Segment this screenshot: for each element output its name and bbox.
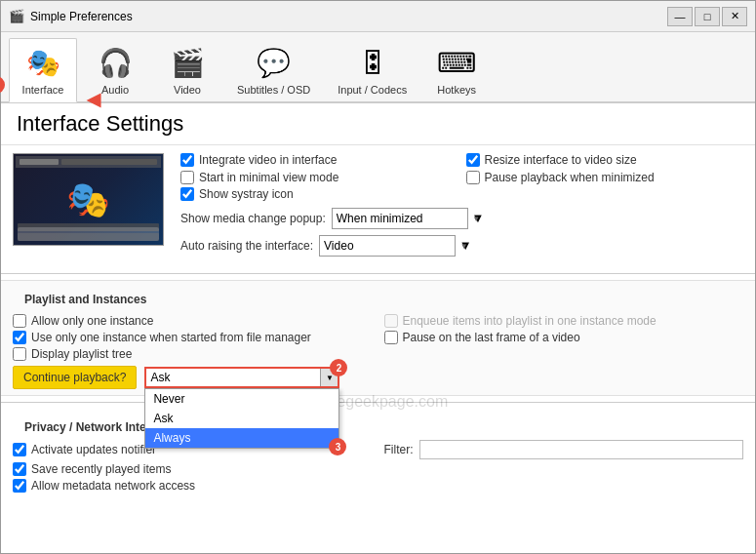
continue-playback-row: Continue playback? Ask ▼ 2 [13, 366, 373, 389]
content-area: Interface Settings 🎭 [1, 102, 755, 553]
continue-dropdown-list: Never Ask Always 3 [144, 388, 339, 449]
badge-2: 2 [330, 359, 347, 376]
video-tab-icon: 🎬 [168, 43, 207, 82]
preview-panel: 🎭 [13, 153, 169, 259]
integrate-video-label: Integrate video in interface [199, 153, 337, 167]
resize-interface-checkbox[interactable] [466, 153, 480, 167]
tab-interface[interactable]: 🎭 Interface [9, 38, 77, 102]
minimal-view-option: Start in minimal view mode [180, 171, 458, 184]
continue-dropdown-container: Ask ▼ 2 Never Ask [144, 367, 339, 388]
media-change-row: Show media change popup: Always Never Wh… [180, 205, 743, 232]
tab-interface-label: Interface [22, 84, 64, 96]
minimize-button[interactable]: — [667, 7, 693, 26]
window-title: Simple Preferences [30, 10, 667, 23]
minimal-view-label: Start in minimal view mode [199, 171, 338, 184]
window-controls: — □ ✕ [667, 7, 747, 26]
badge-1: 1 [0, 76, 5, 94]
save-recently-label: Save recently played items [31, 462, 171, 476]
auto-raising-dropdown-arrow: ▼ [459, 238, 472, 253]
systray-option: Show systray icon [180, 187, 743, 201]
systray-checkbox[interactable] [180, 187, 194, 201]
option-always[interactable]: Always 3 [145, 428, 338, 448]
enqueue-items-checkbox[interactable] [384, 314, 398, 328]
auto-raising-dropdown[interactable]: Always Never Video [319, 235, 456, 257]
page-title: Interface Settings [1, 103, 755, 145]
continue-dropdown-value: Ask [150, 371, 170, 384]
filter-label: Filter: [384, 443, 414, 456]
settings-body: 🎭 Integrate video in interface [1, 145, 755, 267]
auto-raising-dropdown-wrapper: Always Never Video ▼ [319, 235, 472, 257]
pause-minimized-option: Pause playback when minimized [466, 171, 744, 184]
pause-last-frame-option: Pause on the last frame of a video [384, 331, 744, 344]
save-recently-option: Save recently played items [13, 462, 373, 476]
audio-tab-icon: 🎧 [96, 43, 135, 82]
filter-row: Filter: [384, 440, 744, 459]
one-instance-option: Allow only one instance [13, 314, 373, 328]
tab-hotkeys-label: Hotkeys [437, 84, 476, 96]
tab-video[interactable]: 🎬 Video [153, 39, 221, 101]
playlist-section: Playlist and Instances Allow only one in… [1, 280, 755, 396]
close-button[interactable]: ✕ [722, 7, 747, 26]
maximize-button[interactable]: □ [695, 7, 720, 26]
interface-tab-icon: 🎭 [23, 43, 62, 82]
auto-raising-row: Auto raising the interface: Always Never… [180, 232, 743, 259]
red-arrow-indicator: ◀ [87, 89, 100, 110]
media-change-dropdown-wrapper: Always Never When minimized ▼ [332, 208, 485, 229]
playlist-left-col: Allow only one instance Use only one ins… [13, 314, 373, 389]
activate-updates-checkbox[interactable] [13, 443, 26, 456]
pause-last-frame-checkbox[interactable] [384, 331, 398, 344]
allow-metadata-option: Allow metadata network access [13, 479, 373, 493]
tab-input-label: Input / Codecs [338, 84, 407, 96]
continue-dropdown-display: Ask ▼ [144, 367, 339, 388]
resize-interface-option: Resize interface to video size [466, 153, 744, 167]
activate-updates-label: Activate updates notifier [31, 443, 156, 456]
title-bar: 🎬 Simple Preferences — □ ✕ [1, 1, 755, 32]
one-instance-label: Allow only one instance [31, 314, 153, 328]
tab-input[interactable]: 🎛 Input / Codecs [326, 39, 418, 101]
playlist-section-title: Playlist and Instances [13, 287, 743, 310]
file-manager-option: Use only one instance when started from … [13, 331, 373, 344]
media-change-label: Show media change popup: [180, 212, 326, 225]
playlist-options-grid: Allow only one instance Use only one ins… [13, 314, 743, 389]
privacy-section-title: Privacy / Network Interaction [13, 415, 743, 438]
main-window: 🎬 Simple Preferences — □ ✕ 🎭 Interface ◀… [0, 0, 756, 554]
tab-hotkeys[interactable]: ⌨ Hotkeys [422, 39, 491, 101]
privacy-options-grid: Activate updates notifier Filter: Save r… [13, 440, 743, 493]
divider-1 [1, 273, 755, 274]
file-manager-label: Use only one instance when started from … [31, 331, 311, 344]
continue-dropdown-trigger[interactable]: Ask ▼ [144, 367, 339, 388]
display-playlist-checkbox[interactable] [13, 347, 26, 361]
save-recently-checkbox[interactable] [13, 462, 26, 476]
integrate-video-checkbox[interactable] [180, 153, 194, 167]
display-playlist-option: Display playlist tree [13, 347, 373, 361]
one-instance-checkbox[interactable] [13, 314, 26, 328]
pause-minimized-checkbox[interactable] [466, 171, 480, 184]
allow-metadata-label: Allow metadata network access [31, 479, 195, 493]
integrate-video-option: Integrate video in interface [180, 153, 458, 167]
top-options-grid: Integrate video in interface Resize inte… [180, 153, 743, 184]
media-change-dropdown[interactable]: Always Never When minimized [332, 208, 468, 229]
systray-label: Show systray icon [199, 187, 294, 201]
filter-input[interactable] [419, 440, 744, 459]
minimal-view-checkbox[interactable] [180, 171, 194, 184]
allow-metadata-checkbox[interactable] [13, 479, 26, 493]
app-icon: 🎬 [9, 9, 24, 24]
display-playlist-label: Display playlist tree [31, 347, 132, 361]
tab-subtitles[interactable]: 💬 Subtitles / OSD [225, 39, 322, 101]
auto-raising-label: Auto raising the interface: [180, 239, 313, 253]
tab-bar: 🎭 Interface ◀ 1 🎧 Audio 🎬 Video 💬 Subtit… [1, 32, 755, 102]
subtitles-tab-icon: 💬 [255, 43, 294, 82]
option-ask[interactable]: Ask [145, 409, 338, 428]
resize-interface-label: Resize interface to video size [485, 153, 637, 167]
enqueue-items-label: Enqueue items into playlist in one insta… [403, 314, 657, 328]
option-never[interactable]: Never [145, 389, 338, 409]
interface-preview: 🎭 [13, 153, 164, 246]
enqueue-items-option: Enqueue items into playlist in one insta… [384, 314, 744, 328]
input-tab-icon: 🎛 [353, 43, 392, 82]
hotkeys-tab-icon: ⌨ [437, 43, 476, 82]
file-manager-checkbox[interactable] [13, 331, 26, 344]
media-change-dropdown-arrow: ▼ [471, 211, 484, 225]
vlc-preview-icon: 🎭 [66, 179, 110, 220]
continue-playback-button[interactable]: Continue playback? [13, 366, 137, 389]
tab-subtitles-label: Subtitles / OSD [237, 84, 310, 96]
